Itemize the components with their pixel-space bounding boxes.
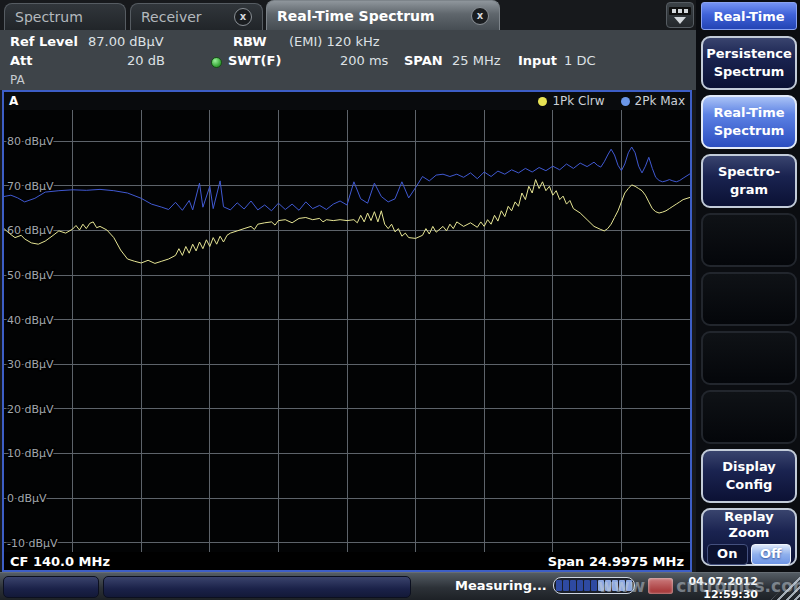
tab-spectrum-label: Spectrum xyxy=(15,9,83,25)
y-axis-tick-label: 10 dBµV xyxy=(7,447,54,460)
tab-realtime-spectrum[interactable]: Real-Time Spectrum x xyxy=(266,0,500,30)
tab-receiver-label: Receiver xyxy=(141,9,202,25)
softkey-list: PersistenceSpectrumReal-TimeSpectrumSpec… xyxy=(701,36,797,566)
toggle-option-off[interactable]: Off xyxy=(751,544,792,565)
softkey-empty xyxy=(701,331,797,385)
measurement-status: Measuring... xyxy=(455,578,547,593)
y-axis-tick-label: 30 dBµV xyxy=(7,358,54,371)
rbw-value: (EMI) 120 kHz xyxy=(289,34,380,49)
rbw-label: RBW xyxy=(233,34,267,49)
softkey-replay-zoom[interactable]: ReplayZoomOnOff xyxy=(701,508,797,566)
y-axis-tick-label: 0 dBµV xyxy=(7,492,47,505)
statusbar-button-1[interactable] xyxy=(3,576,99,598)
span-value: 25 MHz xyxy=(452,53,501,68)
softkey-label: Spectrum xyxy=(714,122,785,140)
progress-segment xyxy=(612,580,618,591)
spectrum-plot-svg: 80 dBµV70 dBµV60 dBµV50 dBµV40 dBµV30 dB… xyxy=(4,110,690,552)
tab-receiver[interactable]: Receiver x xyxy=(130,3,263,30)
softkey-label: Display xyxy=(722,458,776,476)
plot-area: 80 dBµV70 dBµV60 dBµV50 dBµV40 dBµV30 dB… xyxy=(4,110,690,552)
softkey-sidebar: Real-Time PersistenceSpectrumReal-TimeSp… xyxy=(696,0,800,572)
softkey-menu-title: Real-Time xyxy=(701,2,797,30)
span-readout: Span 24.9975 MHz xyxy=(548,554,684,569)
softkey-label: Real-Time xyxy=(713,104,784,122)
toggle-option-on[interactable]: On xyxy=(707,544,748,565)
time-label: 12:59:30 xyxy=(688,589,758,600)
on-off-toggle: OnOff xyxy=(707,544,791,565)
y-axis-tick-label: 20 dBµV xyxy=(7,403,54,416)
y-axis-tick-label: -10 dBµV xyxy=(7,537,58,550)
swt-label: SWT(F) xyxy=(228,53,281,68)
close-icon[interactable]: x xyxy=(471,7,489,25)
input-value: 1 DC xyxy=(564,53,596,68)
progress-segment xyxy=(563,580,569,591)
softkey-label: Spectro- xyxy=(718,163,780,181)
progress-segment xyxy=(605,580,611,591)
softkey-real-time-spectrum[interactable]: Real-TimeSpectrum xyxy=(701,95,797,149)
y-axis-tick-label: 50 dBµV xyxy=(7,269,54,282)
softkey-display-config[interactable]: DisplayConfig xyxy=(701,449,797,503)
softkey-empty xyxy=(701,272,797,326)
window-layout-button[interactable] xyxy=(666,2,694,28)
progress-segment xyxy=(626,580,632,591)
close-icon[interactable]: x xyxy=(234,8,252,26)
progress-segment xyxy=(598,580,604,591)
att-value: 20 dB xyxy=(127,53,165,68)
status-bar: Measuring... 04.07.2012 12:59:30 xyxy=(0,572,800,600)
softkey-empty xyxy=(701,213,797,267)
softkey-spectro-gram[interactable]: Spectro-gram xyxy=(701,154,797,208)
window-layout-icon xyxy=(669,7,691,15)
chart-header: A 1Pk Clrw2Pk Max xyxy=(4,92,690,110)
att-label: Att xyxy=(10,53,33,68)
chevron-down-icon xyxy=(674,17,686,24)
chart-footer: CF 140.0 MHz Span 24.9975 MHz xyxy=(4,552,690,570)
status-led-green xyxy=(211,57,222,68)
date-time: 04.07.2012 12:59:30 xyxy=(688,576,758,600)
date-label: 04.07.2012 xyxy=(688,576,758,589)
input-label: Input xyxy=(518,53,557,68)
span-label: SPAN xyxy=(404,53,443,68)
center-frequency-readout: CF 140.0 MHz xyxy=(10,554,110,569)
trace-color-dot xyxy=(538,97,547,106)
softkey-persistence-spectrum[interactable]: PersistenceSpectrum xyxy=(701,36,797,90)
y-axis-tick-label: 80 dBµV xyxy=(7,135,54,148)
statusbar-button-2[interactable] xyxy=(103,576,411,598)
progress-segment xyxy=(570,580,576,591)
trace-legend: 1Pk Clrw2Pk Max xyxy=(538,94,685,108)
settings-header: Ref Level 87.00 dBµV RBW (EMI) 120 kHz A… xyxy=(0,30,696,90)
softkey-label: Zoom xyxy=(729,525,770,541)
softkey-label: Config xyxy=(726,476,773,494)
instrument-screen: Spectrum Receiver x Real-Time Spectrum x… xyxy=(0,0,800,600)
transducer-label: PA xyxy=(10,73,25,87)
softkey-empty xyxy=(701,390,797,444)
spectrum-chart: A 1Pk Clrw2Pk Max 80 dBµV70 dBµV60 dBµV5… xyxy=(2,90,692,572)
progress-segment xyxy=(584,580,590,591)
legend-item-1pk-clrw: 1Pk Clrw xyxy=(538,94,604,108)
softkey-label: Replay xyxy=(724,509,773,525)
tab-spectrum[interactable]: Spectrum xyxy=(4,3,126,30)
swt-value: 200 ms xyxy=(340,53,388,68)
y-axis-tick-label: 40 dBµV xyxy=(7,314,54,327)
legend-item-2pk-max: 2Pk Max xyxy=(621,94,685,108)
sweep-progress-bar xyxy=(553,577,635,594)
resize-grip-icon xyxy=(770,573,800,600)
ref-level-label: Ref Level xyxy=(10,34,78,49)
progress-segment xyxy=(577,580,583,591)
softkey-label: Persistence xyxy=(706,45,792,63)
softkey-label: gram xyxy=(730,181,768,199)
ref-level-value: 87.00 dBµV xyxy=(88,34,164,49)
y-axis-tick-label: 60 dBµV xyxy=(7,224,54,237)
tab-realtime-spectrum-label: Real-Time Spectrum xyxy=(277,8,435,24)
trace-color-dot xyxy=(621,97,630,106)
softkey-label: Spectrum xyxy=(714,63,785,81)
y-axis-tick-label: 70 dBµV xyxy=(7,180,54,193)
window-title: A xyxy=(9,94,18,108)
tab-bar: Spectrum Receiver x Real-Time Spectrum x xyxy=(0,0,696,30)
progress-segment xyxy=(591,580,597,591)
progress-segment xyxy=(619,580,625,591)
progress-segment xyxy=(556,580,562,591)
